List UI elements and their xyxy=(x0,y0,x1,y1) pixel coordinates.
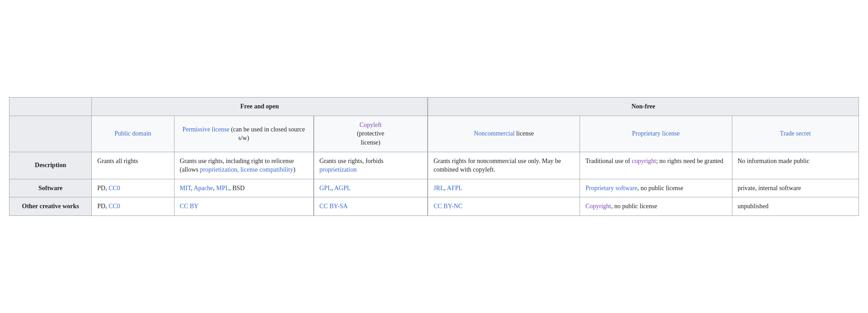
subheader-copyleft: Copyleft (protectivelicense) xyxy=(314,116,428,152)
link-proprietary[interactable]: Proprietary license xyxy=(632,130,679,137)
link-public-domain[interactable]: Public domain xyxy=(114,130,151,137)
license-table: Free and open Non-free Public domain Per… xyxy=(9,97,859,216)
cell-desc-copyleft: Grants use rights, forbids proprietizati… xyxy=(314,152,428,179)
cell-soft-proprietary: Proprietary software, no public license xyxy=(580,179,732,197)
link-copyright-creative[interactable]: Copyright xyxy=(585,203,611,210)
empty-corner xyxy=(9,98,92,116)
cell-creative-noncommercial: CC BY-NC xyxy=(428,197,580,216)
link-proprietary-software[interactable]: Proprietary software xyxy=(585,185,637,192)
cell-soft-noncommercial: JRL, AFPL xyxy=(428,179,580,197)
cell-desc-public: Grants all rights xyxy=(92,152,174,179)
link-copyleft[interactable]: Copyleft xyxy=(359,121,382,128)
cell-desc-noncommercial: Grants rights for noncommercial use only… xyxy=(428,152,580,179)
link-proprietization[interactable]: proprietization xyxy=(320,166,357,173)
group-header-row: Free and open Non-free xyxy=(9,98,859,116)
header-free-open: Free and open xyxy=(92,98,428,116)
cell-desc-trade: No information made public xyxy=(732,152,859,179)
row-header-description: Description xyxy=(9,152,92,179)
cell-creative-proprietary: Copyright, no public license xyxy=(580,197,732,216)
subheader-proprietary: Proprietary license xyxy=(580,116,732,152)
copyleft-suffix: (protectivelicense) xyxy=(357,130,384,146)
link-cc-by[interactable]: CC BY xyxy=(180,203,199,210)
cell-soft-public: PD, CC0 xyxy=(92,179,174,197)
link-apache[interactable]: Apache xyxy=(193,185,213,192)
link-gpl[interactable]: GPL xyxy=(320,185,331,192)
link-jrl[interactable]: JRL xyxy=(434,185,444,192)
cell-soft-permissive: MIT, Apache, MPL, BSD xyxy=(174,179,313,197)
cell-creative-copyleft: CC BY-SA xyxy=(314,197,428,216)
subheader-trade-secret: Trade secret xyxy=(732,116,859,152)
cell-desc-proprietary: Traditional use of copyright; no rights … xyxy=(580,152,732,179)
cell-desc-permissive: Grants use rights, including right to re… xyxy=(174,152,313,179)
noncommercial-suffix: license xyxy=(516,130,534,137)
link-mit[interactable]: MIT xyxy=(180,185,191,192)
description-row: Description Grants all rights Grants use… xyxy=(9,152,859,179)
link-permissive[interactable]: Permissive license xyxy=(183,126,230,133)
link-afpl[interactable]: AFPL xyxy=(447,185,462,192)
row-header-creative: Other creative works xyxy=(9,197,92,216)
link-agpl[interactable]: AGPL xyxy=(334,185,351,192)
link-proprietization-compat[interactable]: proprietization, license compatibility xyxy=(200,166,293,173)
subheader-noncommercial: Noncommercial license xyxy=(428,116,580,152)
subheader-row: Public domain Permissive license (can be… xyxy=(9,116,859,152)
cell-creative-trade: unpublished xyxy=(732,197,859,216)
cell-soft-copyleft: GPL, AGPL xyxy=(314,179,428,197)
creative-works-row: Other creative works PD, CC0 CC BY CC BY… xyxy=(9,197,859,216)
link-cc-by-nc[interactable]: CC BY-NC xyxy=(434,203,462,210)
table-wrapper: Free and open Non-free Public domain Per… xyxy=(9,97,859,216)
cell-soft-trade: private, internal software xyxy=(732,179,859,197)
link-cc0-soft[interactable]: CC0 xyxy=(108,185,120,192)
link-cc0-creative[interactable]: CC0 xyxy=(108,203,120,210)
link-copyright[interactable]: copyright xyxy=(632,158,656,164)
link-trade-secret[interactable]: Trade secret xyxy=(780,130,811,137)
subheader-public-domain: Public domain xyxy=(92,116,174,152)
link-mpl[interactable]: MPL xyxy=(216,185,229,192)
row-header-software: Software xyxy=(9,179,92,197)
link-cc-by-sa[interactable]: CC BY-SA xyxy=(320,203,348,210)
subheader-empty xyxy=(9,116,92,152)
cell-creative-permissive: CC BY xyxy=(174,197,313,216)
header-non-free: Non-free xyxy=(428,98,859,116)
link-noncommercial[interactable]: Noncommercial xyxy=(474,130,514,137)
software-row: Software PD, CC0 MIT, Apache, MPL, BSD G… xyxy=(9,179,859,197)
subheader-permissive: Permissive license (can be used in close… xyxy=(174,116,313,152)
permissive-suffix: (can be used in closed source s/w) xyxy=(231,126,305,142)
cell-creative-public: PD, CC0 xyxy=(92,197,174,216)
